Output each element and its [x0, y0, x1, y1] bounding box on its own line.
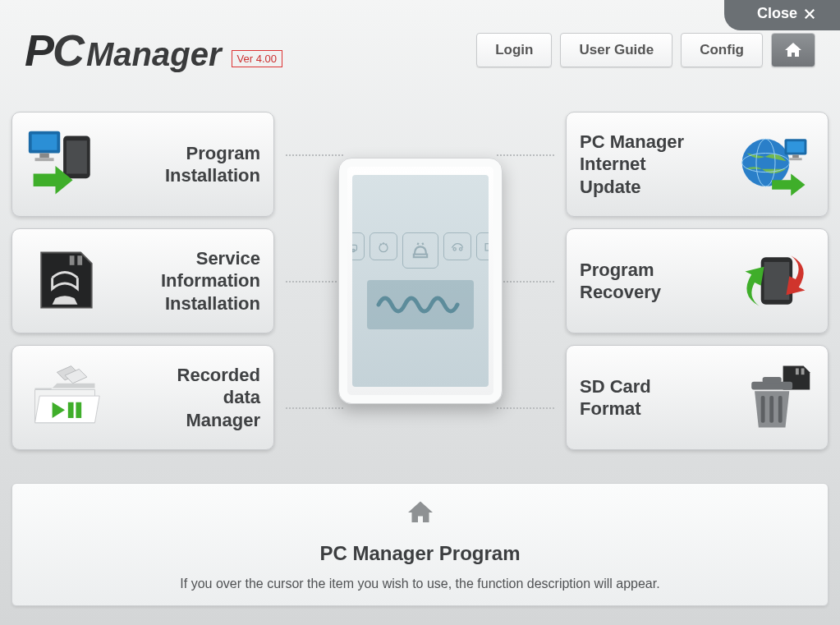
svg-rect-31 [761, 396, 765, 423]
card-label: Service Information Installation [112, 247, 260, 315]
svg-rect-8 [68, 402, 74, 418]
install-icon [25, 125, 104, 204]
brand-manager: Manager [86, 36, 222, 73]
svg-rect-24 [789, 158, 801, 160]
recovery-icon [736, 241, 815, 320]
card-label: SD Card Format [580, 375, 728, 420]
svg-rect-5 [67, 140, 87, 173]
connector [286, 281, 343, 283]
config-button[interactable]: Config [681, 33, 763, 67]
trash-sd-icon [736, 358, 815, 437]
manual-sd-icon [25, 241, 104, 320]
card-service-info-installation[interactable]: Service Information Installation [11, 228, 274, 333]
svg-rect-6 [70, 255, 75, 265]
main-grid: Program Installation Service Information… [11, 92, 829, 470]
folder-play-icon [25, 358, 104, 437]
version-badge: Ver 4.00 [232, 50, 282, 67]
svg-rect-17 [485, 244, 489, 250]
svg-rect-28 [801, 368, 805, 375]
connector [286, 407, 343, 409]
svg-rect-7 [77, 255, 82, 265]
svg-rect-1 [32, 135, 57, 150]
globe-update-icon [736, 125, 815, 204]
card-program-installation[interactable]: Program Installation [11, 112, 274, 217]
svg-rect-14 [413, 255, 426, 258]
header-buttons: Login User Guide Config [476, 33, 815, 67]
connector [497, 154, 554, 156]
footer-title: PC Manager Program [319, 542, 520, 565]
svg-rect-3 [35, 158, 54, 161]
home-icon [783, 40, 803, 60]
card-label: Program Recovery [580, 259, 728, 304]
connector [497, 281, 554, 283]
header: PC Manager Ver 4.00 Login User Guide Con… [0, 0, 840, 92]
user-guide-button[interactable]: User Guide [560, 33, 672, 67]
svg-rect-27 [796, 368, 799, 375]
home-button[interactable] [771, 33, 815, 67]
svg-rect-9 [76, 402, 81, 418]
close-button[interactable]: Close [724, 0, 840, 30]
login-button[interactable]: Login [476, 33, 552, 67]
brand: PC Manager Ver 4.00 [25, 25, 282, 76]
svg-rect-22 [787, 141, 804, 152]
card-label: PC Manager Internet Update [580, 131, 728, 199]
card-internet-update[interactable]: PC Manager Internet Update [566, 112, 829, 217]
svg-rect-2 [39, 154, 49, 159]
close-label: Close [757, 5, 797, 22]
svg-point-18 [742, 139, 790, 186]
connector [497, 407, 554, 409]
home-icon [406, 498, 435, 531]
brand-pc: PC [25, 25, 85, 76]
card-recorded-data-manager[interactable]: Recorded data Manager [11, 345, 274, 450]
svg-point-16 [459, 248, 461, 250]
svg-rect-33 [778, 396, 783, 423]
card-program-recovery[interactable]: Program Recovery [566, 228, 829, 333]
footer-panel: PC Manager Program If you over the curso… [11, 483, 829, 606]
svg-rect-23 [792, 154, 799, 158]
connector [286, 154, 343, 156]
device-screen [352, 175, 489, 387]
card-label: Program Installation [112, 142, 260, 187]
center-device [338, 158, 503, 404]
left-column: Program Installation Service Information… [11, 112, 274, 450]
close-icon [802, 7, 817, 21]
svg-rect-26 [764, 262, 790, 300]
card-label: Recorded data Manager [112, 364, 260, 432]
right-column: PC Manager Internet Update Program Recov… [566, 112, 829, 450]
svg-point-15 [453, 248, 456, 250]
svg-rect-32 [769, 396, 773, 423]
card-sd-format[interactable]: SD Card Format [566, 345, 829, 450]
svg-rect-30 [763, 377, 782, 384]
footer-desc: If you over the cursor the item you wish… [180, 577, 659, 591]
